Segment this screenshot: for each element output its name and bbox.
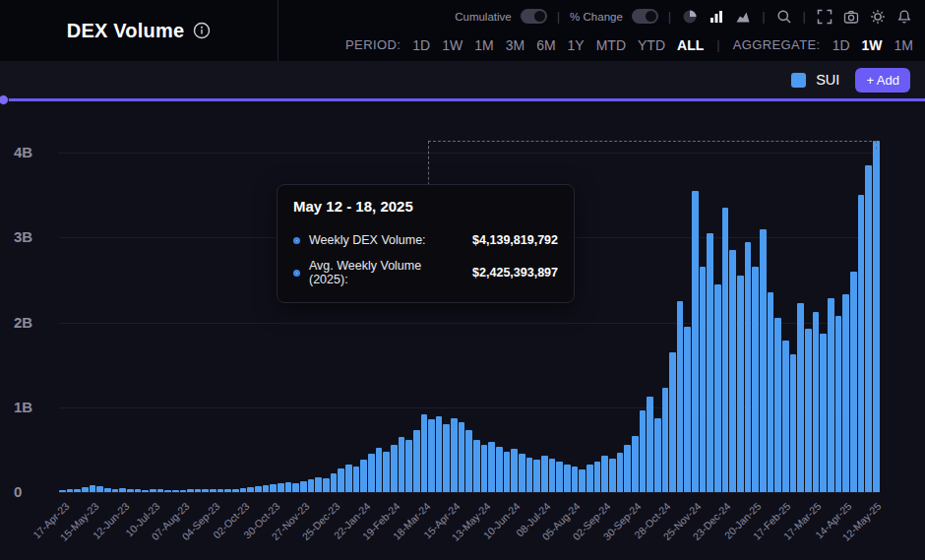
volume-bar[interactable] — [353, 467, 360, 492]
volume-bar[interactable] — [654, 418, 661, 492]
search-icon[interactable] — [775, 8, 793, 26]
volume-bar[interactable] — [662, 388, 669, 492]
volume-bar[interactable] — [315, 477, 322, 492]
volume-bar[interactable] — [451, 418, 458, 492]
period-6m[interactable]: 6M — [536, 37, 555, 53]
volume-bar[interactable] — [782, 341, 789, 492]
volume-bar[interactable] — [632, 436, 639, 492]
volume-bar[interactable] — [640, 410, 647, 492]
volume-bar[interactable] — [459, 422, 465, 492]
volume-bar[interactable] — [797, 303, 804, 492]
volume-bar[interactable] — [292, 483, 299, 492]
volume-bar[interactable] — [760, 229, 767, 492]
bar-chart-icon[interactable] — [708, 8, 725, 26]
volume-bar[interactable] — [127, 489, 134, 492]
period-all[interactable]: ALL — [677, 37, 704, 53]
cumulative-toggle[interactable] — [521, 9, 547, 24]
aggregate-1w[interactable]: 1W — [862, 37, 883, 53]
volume-bar[interactable] — [669, 352, 676, 492]
volume-bar[interactable] — [572, 467, 579, 492]
volume-bar[interactable] — [647, 397, 653, 492]
aggregate-1d[interactable]: 1D — [832, 37, 850, 53]
volume-bar[interactable] — [413, 430, 420, 492]
volume-bar[interactable] — [692, 191, 699, 492]
fullscreen-icon[interactable] — [816, 8, 833, 26]
volume-bar[interactable] — [700, 267, 707, 492]
pie-chart-icon[interactable] — [681, 8, 699, 26]
volume-bar[interactable] — [157, 489, 164, 492]
period-1w[interactable]: 1W — [442, 37, 462, 53]
volume-bar[interactable] — [436, 416, 443, 492]
volume-bar[interactable] — [858, 195, 865, 492]
volume-bar[interactable] — [67, 489, 74, 492]
volume-bar[interactable] — [820, 334, 827, 492]
volume-bar[interactable] — [533, 460, 540, 492]
volume-bar[interactable] — [368, 454, 375, 492]
volume-bar[interactable] — [300, 481, 307, 492]
settings-gear-icon[interactable] — [869, 8, 887, 26]
volume-bar[interactable] — [609, 459, 616, 492]
volume-bar[interactable] — [586, 465, 593, 492]
period-ytd[interactable]: YTD — [638, 37, 665, 53]
volume-bar[interactable] — [112, 489, 119, 492]
volume-bar[interactable] — [835, 316, 842, 492]
volume-bar[interactable] — [104, 488, 111, 492]
volume-bar[interactable] — [421, 414, 428, 492]
volume-bar[interactable] — [90, 485, 96, 492]
volume-bar[interactable] — [594, 462, 601, 492]
volume-bar[interactable] — [473, 440, 480, 492]
volume-bar[interactable] — [96, 486, 103, 492]
volume-bar[interactable] — [224, 489, 231, 492]
period-3m[interactable]: 3M — [506, 37, 524, 53]
volume-bar[interactable] — [391, 445, 398, 492]
volume-bar[interactable] — [745, 242, 752, 492]
volume-bar[interactable] — [217, 489, 224, 492]
volume-bar[interactable] — [142, 490, 149, 492]
volume-bar[interactable] — [164, 490, 171, 492]
volume-bar[interactable] — [790, 354, 797, 492]
period-mtd[interactable]: MTD — [596, 37, 626, 53]
period-1y[interactable]: 1Y — [568, 37, 585, 53]
volume-bar[interactable] — [202, 489, 209, 492]
volume-bar[interactable] — [240, 488, 247, 492]
percent-change-toggle[interactable] — [632, 9, 658, 24]
volume-bar[interactable] — [331, 473, 338, 492]
volume-bar[interactable] — [263, 485, 270, 492]
volume-bar[interactable] — [729, 250, 736, 492]
volume-bar[interactable] — [488, 442, 495, 492]
legend-series-sui[interactable]: SUI — [816, 72, 839, 88]
volume-bar[interactable] — [74, 489, 81, 492]
volume-bar[interactable] — [842, 294, 849, 492]
volume-bar[interactable] — [805, 329, 812, 492]
volume-bar[interactable] — [737, 276, 744, 492]
volume-bar[interactable] — [308, 479, 315, 492]
volume-bar[interactable] — [601, 456, 608, 492]
volume-bar[interactable] — [187, 489, 194, 492]
volume-bar[interactable] — [684, 327, 691, 492]
volume-bar[interactable] — [677, 301, 684, 492]
volume-bar[interactable] — [172, 490, 179, 492]
volume-bar[interactable] — [345, 465, 352, 492]
volume-bar[interactable] — [360, 460, 367, 492]
volume-bar[interactable] — [828, 298, 834, 492]
volume-bar[interactable] — [865, 165, 872, 492]
legend-swatch-sui[interactable] — [791, 73, 806, 88]
volume-bar[interactable] — [180, 490, 187, 492]
volume-bar[interactable] — [405, 440, 412, 492]
volume-bar[interactable] — [383, 452, 390, 492]
volume-bar[interactable] — [722, 208, 729, 492]
volume-bar[interactable] — [338, 468, 344, 492]
volume-bar[interactable] — [707, 233, 713, 492]
volume-bar[interactable] — [210, 489, 216, 492]
volume-bar[interactable] — [519, 454, 525, 492]
volume-bar[interactable] — [774, 318, 781, 492]
aggregate-1m[interactable]: 1M — [894, 37, 913, 53]
volume-bar[interactable] — [579, 469, 586, 492]
volume-bar[interactable] — [255, 486, 262, 492]
volume-bar[interactable] — [232, 489, 239, 492]
volume-bar[interactable] — [428, 419, 435, 492]
volume-bar[interactable] — [150, 489, 156, 492]
volume-bar[interactable] — [399, 437, 405, 492]
volume-bar[interactable] — [624, 445, 631, 492]
volume-bar[interactable] — [443, 424, 450, 492]
